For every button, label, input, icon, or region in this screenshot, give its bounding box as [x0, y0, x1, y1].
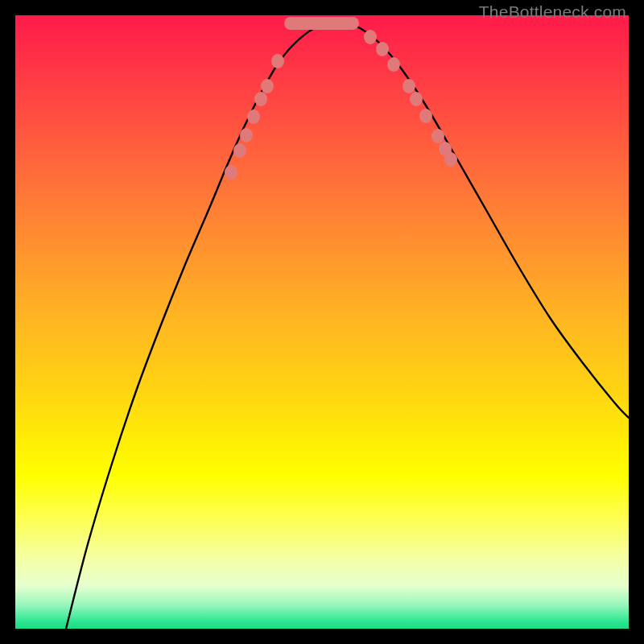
bottom-band-markers [284, 17, 359, 30]
data-marker [261, 79, 274, 93]
data-marker [431, 129, 444, 143]
data-marker [402, 79, 415, 93]
bottleneck-curve [66, 23, 629, 629]
data-marker [225, 165, 237, 180]
data-marker [410, 92, 423, 106]
data-marker [254, 92, 267, 106]
right-data-markers [364, 30, 457, 167]
data-marker [247, 109, 260, 124]
data-marker [364, 30, 377, 44]
data-marker [233, 143, 246, 158]
data-marker [376, 42, 389, 56]
data-marker [444, 152, 457, 167]
data-marker [419, 109, 432, 123]
data-marker [240, 128, 253, 142]
chart-stage: TheBottleneck.com [0, 0, 644, 644]
chart-overlay [15, 15, 629, 629]
chart-plot-area [15, 15, 629, 629]
data-marker [271, 54, 284, 68]
bottom-band-capsule [284, 17, 359, 30]
left-data-markers [225, 54, 284, 180]
watermark-text: TheBottleneck.com [479, 2, 626, 22]
data-marker [387, 57, 400, 72]
